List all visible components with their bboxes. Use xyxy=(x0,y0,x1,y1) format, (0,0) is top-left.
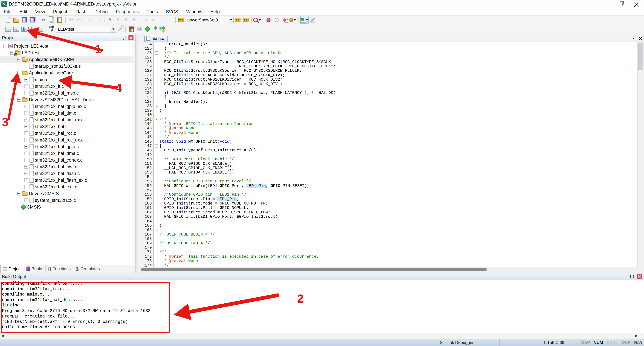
build-button[interactable]: ⇣ xyxy=(12,26,20,33)
tree-expand-toggle[interactable] xyxy=(24,125,28,128)
tree-item[interactable]: Drivers/CMSIS xyxy=(0,190,136,197)
navigate-back-button[interactable]: ← xyxy=(87,16,94,23)
code-editor[interactable]: 124 Error_Handler();125 }126 /** Initial… xyxy=(138,42,638,267)
open-file-button[interactable] xyxy=(12,16,20,23)
tree-expand-toggle[interactable] xyxy=(24,78,28,81)
editor-vertical-scrollbar[interactable] xyxy=(638,42,644,267)
tree-item[interactable]: main.c xyxy=(0,76,136,83)
tree-expand-toggle[interactable] xyxy=(18,98,21,102)
build-output-close-icon[interactable] xyxy=(637,274,642,279)
tree-item[interactable]: Drivers/STM32F1xx_HAL_Driver xyxy=(0,96,136,103)
tree-item[interactable]: Project: LED-test xyxy=(0,43,136,49)
cut-button[interactable]: ✂ xyxy=(40,16,48,23)
comment-button[interactable]: ≡ xyxy=(158,16,166,23)
next-bookmark-button[interactable]: ⚑ xyxy=(122,16,130,23)
select-packs-button[interactable] xyxy=(152,26,159,33)
tree-expand-toggle[interactable] xyxy=(24,131,28,135)
target-select-combo[interactable]: LED-test xyxy=(56,26,110,32)
menu-edit[interactable]: Edit xyxy=(16,8,31,15)
tree-expand-toggle[interactable] xyxy=(24,158,28,162)
menu-debug[interactable]: Debug xyxy=(90,8,112,15)
menu-window[interactable]: Window xyxy=(182,8,206,15)
find-in-files-red-button[interactable] xyxy=(253,16,261,23)
tree-expand-toggle[interactable] xyxy=(24,138,28,142)
tree-expand-toggle[interactable] xyxy=(18,71,21,75)
close-button[interactable] xyxy=(628,0,644,8)
find-button[interactable] xyxy=(234,16,242,23)
incremental-find-button[interactable]: ↓ xyxy=(242,16,250,23)
toggle-bookmark-button[interactable]: ⚑ xyxy=(106,16,114,23)
redo-button[interactable]: ↷ xyxy=(75,16,83,23)
insert-breakpoint-button[interactable] xyxy=(265,16,272,23)
tree-item[interactable]: stm32f1xx_hal_tim.c xyxy=(0,110,136,116)
menu-tools[interactable]: Tools xyxy=(143,8,162,15)
new-file-button[interactable] xyxy=(4,16,12,23)
download-button[interactable]: LOAD⇓ xyxy=(48,26,56,33)
prev-bookmark-button[interactable]: ⚑ xyxy=(114,16,122,23)
tree-item[interactable]: stm32f1xx_hal_tim_ex.c xyxy=(0,116,136,123)
restore-button[interactable] xyxy=(613,0,628,8)
tree-item[interactable]: LED-test xyxy=(0,49,136,56)
editor-horizontal-scrollbar[interactable] xyxy=(138,267,644,273)
indent-button[interactable]: ⇥ xyxy=(142,16,150,23)
tree-expand-toggle[interactable] xyxy=(24,105,28,108)
document-list-dropdown-icon[interactable] xyxy=(629,35,636,41)
panel-tab-books[interactable]: Books xyxy=(24,265,46,273)
tree-item[interactable]: stm32f1xx_hal_msp.c xyxy=(0,90,136,96)
project-tree[interactable]: Project: LED-testLED-testApplication/MDK… xyxy=(0,41,136,265)
menu-help[interactable]: Help xyxy=(206,8,224,15)
tree-item[interactable]: stm32f1xx_hal_rcc_ex.c xyxy=(0,137,136,143)
stop-build-button[interactable] xyxy=(36,26,44,33)
build-output-pin-icon[interactable] xyxy=(630,275,634,278)
tree-item[interactable]: system_stm32f1xx.c xyxy=(0,197,136,204)
tree-item[interactable]: stm32f1xx_hal_exti.c xyxy=(0,184,136,190)
tree-item[interactable]: stm32f1xx_hal_pwr.c xyxy=(0,163,136,170)
tree-expand-toggle[interactable] xyxy=(10,51,14,55)
tree-expand-toggle[interactable] xyxy=(24,172,28,175)
disable-breakpoint-button[interactable] xyxy=(273,16,280,23)
tree-expand-toggle[interactable] xyxy=(24,91,28,95)
panel-tab-functions[interactable]: {}Functions xyxy=(46,265,73,273)
tree-item[interactable]: stm32f1xx_it.c xyxy=(0,83,136,90)
pin-icon[interactable] xyxy=(122,36,126,39)
build-output-log[interactable]: compiling stm32f1xx_hal_pwr.c...compilin… xyxy=(0,280,644,333)
copy-button[interactable] xyxy=(48,16,56,23)
find-in-files-button[interactable] xyxy=(177,16,185,23)
project-tree-scrollbar[interactable] xyxy=(133,41,136,265)
tree-item[interactable]: stm32f1xx_hal.c xyxy=(0,123,136,130)
paste-button[interactable] xyxy=(56,16,64,23)
tree-expand-toggle[interactable] xyxy=(24,111,28,115)
search-text-combo[interactable]: powerShowSet0 xyxy=(185,16,228,23)
tree-expand-toggle[interactable] xyxy=(24,84,28,88)
breakpoint-options-button[interactable] xyxy=(289,16,296,23)
tree-item[interactable]: stm32f1xx_hal_flash.c xyxy=(0,170,136,177)
uncomment-button[interactable]: ≡ xyxy=(166,16,174,23)
clear-bookmarks-button[interactable]: ⚑ xyxy=(130,16,138,23)
tree-item[interactable]: stm32f1xx_hal_gpio.c xyxy=(0,143,136,150)
tree-item[interactable]: stm32f1xx_hal_dma.c xyxy=(0,150,136,157)
manage-rte-button[interactable] xyxy=(144,26,151,33)
menu-view[interactable]: View xyxy=(31,8,49,15)
rebuild-button[interactable]: ⇊ xyxy=(20,26,28,33)
multi-project-button[interactable] xyxy=(136,26,143,33)
panel-splitter[interactable] xyxy=(136,34,138,273)
tree-expand-toggle[interactable] xyxy=(18,192,21,195)
scroll-right-icon[interactable] xyxy=(635,335,637,338)
navigate-forward-button[interactable]: → xyxy=(95,16,102,23)
target-combo-dropdown-icon[interactable] xyxy=(110,26,116,32)
target-options-wand-button[interactable] xyxy=(116,26,124,33)
tree-expand-toggle[interactable] xyxy=(24,152,28,155)
tree-expand-toggle[interactable] xyxy=(18,58,21,61)
pack-installer-button[interactable] xyxy=(160,26,167,33)
options-for-target-button[interactable] xyxy=(128,26,135,33)
tree-expand-toggle[interactable] xyxy=(3,44,7,48)
panel-tab-project[interactable]: Project xyxy=(0,265,24,273)
menu-svcs[interactable]: SVCS xyxy=(162,8,182,15)
save-button[interactable] xyxy=(20,16,28,23)
panel-tab-templates[interactable]: (),Templates xyxy=(73,265,102,273)
tree-item[interactable]: Application/User/Core xyxy=(0,69,136,76)
tree-item[interactable]: startup_stm32f103xe.s xyxy=(0,63,136,69)
tree-item[interactable]: CMSIS xyxy=(0,204,136,210)
scroll-left-icon[interactable] xyxy=(2,335,4,338)
tree-expand-toggle[interactable] xyxy=(24,165,28,169)
